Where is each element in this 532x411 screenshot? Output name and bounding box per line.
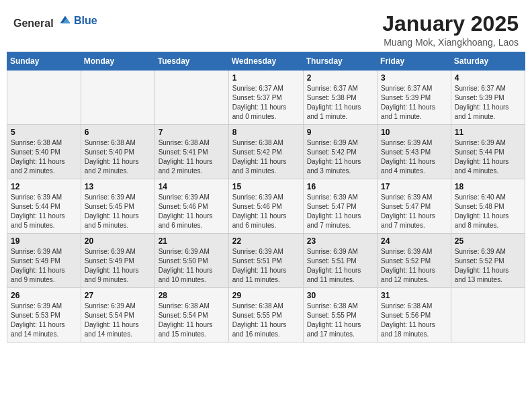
day-info: Sunrise: 6:39 AM Sunset: 5:53 PM Dayligh…: [11, 302, 77, 339]
day-info: Sunrise: 6:39 AM Sunset: 5:49 PM Dayligh…: [85, 247, 151, 285]
day-number: 26: [11, 291, 77, 300]
weekday-header: Sunday: [7, 52, 81, 71]
weekday-header: Tuesday: [154, 52, 228, 71]
day-info: Sunrise: 6:38 AM Sunset: 5:42 PM Dayligh…: [232, 138, 300, 176]
day-number: 16: [307, 182, 373, 191]
calendar-cell: 11Sunrise: 6:39 AM Sunset: 5:44 PM Dayli…: [451, 125, 525, 179]
day-info: Sunrise: 6:39 AM Sunset: 5:45 PM Dayligh…: [85, 193, 151, 230]
day-number: 5: [11, 128, 77, 137]
day-number: 22: [232, 236, 300, 246]
day-info: Sunrise: 6:37 AM Sunset: 5:37 PM Dayligh…: [232, 84, 300, 122]
logo: General Blue: [13, 12, 97, 30]
calendar-cell: 12Sunrise: 6:39 AM Sunset: 5:44 PM Dayli…: [7, 179, 81, 234]
day-number: 9: [307, 128, 373, 137]
calendar-week-row: 19Sunrise: 6:39 AM Sunset: 5:49 PM Dayli…: [7, 234, 525, 288]
day-info: Sunrise: 6:39 AM Sunset: 5:46 PM Dayligh…: [232, 193, 300, 230]
logo-general: General: [13, 17, 54, 29]
day-number: 2: [307, 73, 373, 83]
day-info: Sunrise: 6:38 AM Sunset: 5:55 PM Dayligh…: [232, 302, 300, 339]
calendar-cell: [451, 288, 525, 342]
page-header: General Blue January 2025 Muang Mok, Xia…: [7, 7, 525, 52]
calendar-cell: 29Sunrise: 6:38 AM Sunset: 5:55 PM Dayli…: [228, 288, 303, 342]
day-number: 19: [11, 236, 77, 246]
calendar-cell: 20Sunrise: 6:39 AM Sunset: 5:49 PM Dayli…: [81, 234, 154, 288]
weekday-row: SundayMondayTuesdayWednesdayThursdayFrid…: [7, 52, 525, 71]
day-number: 24: [381, 236, 447, 246]
calendar-cell: 7Sunrise: 6:38 AM Sunset: 5:41 PM Daylig…: [154, 125, 228, 179]
calendar-cell: 2Sunrise: 6:37 AM Sunset: 5:38 PM Daylig…: [303, 71, 377, 125]
day-number: 17: [381, 182, 447, 191]
weekday-header: Monday: [81, 52, 154, 71]
day-number: 31: [381, 291, 447, 300]
day-info: Sunrise: 6:39 AM Sunset: 5:49 PM Dayligh…: [11, 247, 77, 285]
calendar-cell: 3Sunrise: 6:37 AM Sunset: 5:39 PM Daylig…: [378, 71, 451, 125]
weekday-header: Wednesday: [228, 52, 303, 71]
day-info: Sunrise: 6:39 AM Sunset: 5:52 PM Dayligh…: [455, 247, 521, 285]
day-info: Sunrise: 6:40 AM Sunset: 5:48 PM Dayligh…: [455, 193, 521, 230]
calendar-cell: 1Sunrise: 6:37 AM Sunset: 5:37 PM Daylig…: [228, 71, 303, 125]
day-number: 18: [455, 182, 521, 191]
calendar-cell: 30Sunrise: 6:38 AM Sunset: 5:55 PM Dayli…: [303, 288, 377, 342]
day-info: Sunrise: 6:39 AM Sunset: 5:51 PM Dayligh…: [307, 247, 373, 285]
day-number: 1: [232, 73, 300, 83]
day-info: Sunrise: 6:38 AM Sunset: 5:56 PM Dayligh…: [381, 302, 447, 339]
weekday-header: Friday: [378, 52, 451, 71]
calendar-cell: 22Sunrise: 6:39 AM Sunset: 5:51 PM Dayli…: [228, 234, 303, 288]
logo-icon: [58, 12, 73, 27]
day-info: Sunrise: 6:39 AM Sunset: 5:54 PM Dayligh…: [85, 302, 151, 339]
day-number: 6: [85, 128, 151, 137]
day-number: 3: [381, 73, 447, 83]
calendar-cell: 17Sunrise: 6:39 AM Sunset: 5:47 PM Dayli…: [378, 179, 451, 234]
calendar-week-row: 12Sunrise: 6:39 AM Sunset: 5:44 PM Dayli…: [7, 179, 525, 234]
day-info: Sunrise: 6:39 AM Sunset: 5:51 PM Dayligh…: [232, 247, 300, 285]
calendar-cell: 13Sunrise: 6:39 AM Sunset: 5:45 PM Dayli…: [81, 179, 154, 234]
calendar-subtitle: Muang Mok, Xiangkhoang, Laos: [382, 37, 519, 48]
day-info: Sunrise: 6:37 AM Sunset: 5:39 PM Dayligh…: [455, 84, 521, 122]
calendar-cell: 6Sunrise: 6:38 AM Sunset: 5:40 PM Daylig…: [81, 125, 154, 179]
calendar-cell: [7, 71, 81, 125]
calendar-cell: 8Sunrise: 6:38 AM Sunset: 5:42 PM Daylig…: [228, 125, 303, 179]
day-number: 12: [11, 182, 77, 191]
day-info: Sunrise: 6:38 AM Sunset: 5:40 PM Dayligh…: [85, 138, 151, 176]
day-info: Sunrise: 6:37 AM Sunset: 5:38 PM Dayligh…: [307, 84, 373, 122]
day-number: 28: [159, 291, 225, 300]
calendar-cell: 5Sunrise: 6:38 AM Sunset: 5:40 PM Daylig…: [7, 125, 81, 179]
day-number: 21: [159, 236, 225, 246]
weekday-header: Saturday: [451, 52, 525, 71]
calendar-cell: 14Sunrise: 6:39 AM Sunset: 5:46 PM Dayli…: [154, 179, 228, 234]
day-info: Sunrise: 6:39 AM Sunset: 5:50 PM Dayligh…: [159, 247, 225, 285]
day-number: 25: [455, 236, 521, 246]
day-info: Sunrise: 6:39 AM Sunset: 5:47 PM Dayligh…: [381, 193, 447, 230]
day-number: 4: [455, 73, 521, 83]
weekday-header: Thursday: [303, 52, 377, 71]
day-number: 29: [232, 291, 300, 300]
calendar-cell: 19Sunrise: 6:39 AM Sunset: 5:49 PM Dayli…: [7, 234, 81, 288]
calendar-cell: 10Sunrise: 6:39 AM Sunset: 5:43 PM Dayli…: [378, 125, 451, 179]
calendar-cell: 24Sunrise: 6:39 AM Sunset: 5:52 PM Dayli…: [378, 234, 451, 288]
day-info: Sunrise: 6:39 AM Sunset: 5:42 PM Dayligh…: [307, 138, 373, 176]
day-number: 15: [232, 182, 300, 191]
calendar-table: SundayMondayTuesdayWednesdayThursdayFrid…: [7, 52, 525, 342]
day-info: Sunrise: 6:39 AM Sunset: 5:43 PM Dayligh…: [381, 138, 447, 176]
calendar-week-row: 26Sunrise: 6:39 AM Sunset: 5:53 PM Dayli…: [7, 288, 525, 342]
calendar-cell: [154, 71, 228, 125]
day-number: 30: [307, 291, 373, 300]
day-info: Sunrise: 6:39 AM Sunset: 5:44 PM Dayligh…: [11, 193, 77, 230]
day-number: 13: [85, 182, 151, 191]
calendar-cell: [81, 71, 154, 125]
calendar-cell: 27Sunrise: 6:39 AM Sunset: 5:54 PM Dayli…: [81, 288, 154, 342]
calendar-header: SundayMondayTuesdayWednesdayThursdayFrid…: [7, 52, 525, 71]
day-info: Sunrise: 6:38 AM Sunset: 5:40 PM Dayligh…: [11, 138, 77, 176]
calendar-cell: 15Sunrise: 6:39 AM Sunset: 5:46 PM Dayli…: [228, 179, 303, 234]
day-info: Sunrise: 6:39 AM Sunset: 5:46 PM Dayligh…: [159, 193, 225, 230]
day-info: Sunrise: 6:39 AM Sunset: 5:52 PM Dayligh…: [381, 247, 447, 285]
calendar-body: 1Sunrise: 6:37 AM Sunset: 5:37 PM Daylig…: [7, 71, 525, 342]
day-number: 8: [232, 128, 300, 137]
day-info: Sunrise: 6:39 AM Sunset: 5:47 PM Dayligh…: [307, 193, 373, 230]
day-number: 23: [307, 236, 373, 246]
calendar-cell: 4Sunrise: 6:37 AM Sunset: 5:39 PM Daylig…: [451, 71, 525, 125]
day-info: Sunrise: 6:38 AM Sunset: 5:54 PM Dayligh…: [159, 302, 225, 339]
day-number: 27: [85, 291, 151, 300]
day-info: Sunrise: 6:37 AM Sunset: 5:39 PM Dayligh…: [381, 84, 447, 122]
calendar-cell: 21Sunrise: 6:39 AM Sunset: 5:50 PM Dayli…: [154, 234, 228, 288]
